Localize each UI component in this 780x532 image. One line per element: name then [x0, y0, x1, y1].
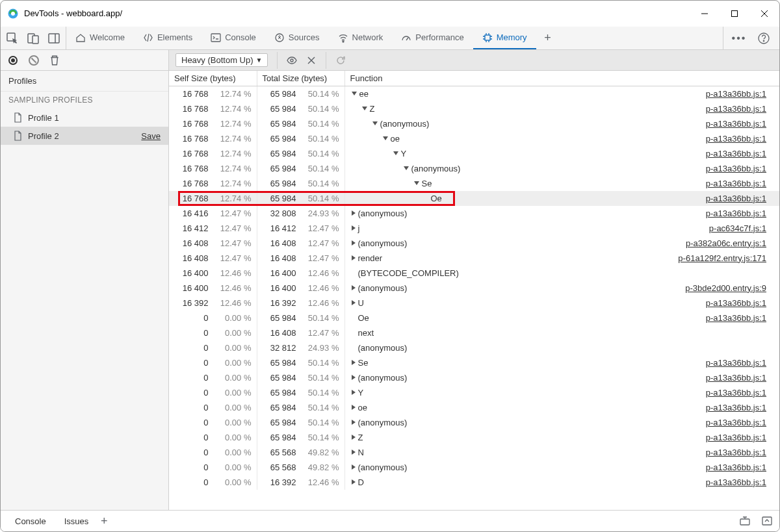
table-row[interactable]: 00.00 %65 98450.14 %(anonymous)p-a13a36b…	[169, 370, 779, 385]
tab-sources[interactable]: Sources	[265, 27, 329, 49]
table-row[interactable]: 16 76812.74 %65 98450.14 %eep-a13a36bb.j…	[169, 86, 779, 101]
expander-closed-icon[interactable]	[352, 435, 356, 440]
source-link[interactable]: p-a13a36bb.js:1	[706, 298, 766, 308]
expander-open-icon[interactable]	[352, 92, 357, 95]
inspect-icon[interactable]	[6, 32, 19, 45]
dock-icon[interactable]	[47, 32, 60, 45]
expander-open-icon[interactable]	[362, 107, 367, 110]
table-row[interactable]: 00.00 %65 98450.14 %Sep-a13a36bb.js:1	[169, 355, 779, 370]
source-link[interactable]: p-ac634c7f.js:1	[709, 223, 766, 233]
more-icon[interactable]: •••	[733, 32, 746, 45]
tab-elements[interactable]: Elements	[134, 27, 202, 49]
expander-closed-icon[interactable]	[352, 225, 356, 231]
expander-closed-icon[interactable]	[352, 300, 356, 305]
source-link[interactable]: p-a13a36bb.js:1	[706, 134, 766, 144]
table-row[interactable]: 16 39212.46 %16 39212.46 %Up-a13a36bb.js…	[169, 296, 779, 310]
table-row[interactable]: 00.00 %65 98450.14 %(anonymous)p-a13a36b…	[169, 415, 779, 430]
source-link[interactable]: p-a13a36bb.js:1	[706, 433, 766, 442]
tab-network[interactable]: Network	[329, 27, 393, 49]
drawer-tab-console[interactable]: Console	[7, 513, 54, 530]
sidebar-profile-item[interactable]: Profile 2 Save	[1, 127, 168, 145]
source-link[interactable]: p-3bde2d00.entry.js:9	[685, 283, 766, 293]
tab-console[interactable]: Console	[202, 27, 265, 49]
sidebar-profile-item[interactable]: Profile 1	[1, 108, 168, 127]
table-row[interactable]: 16 76812.74 %65 98450.14 %(anonymous)p-a…	[169, 116, 779, 131]
add-drawer-tab[interactable]: +	[99, 516, 109, 526]
source-link[interactable]: p-a13a36bb.js:1	[706, 164, 766, 173]
source-link[interactable]: p-a13a36bb.js:1	[706, 403, 766, 412]
table-row[interactable]: 16 76812.74 %65 98450.14 %(anonymous)p-a…	[169, 161, 779, 176]
source-link[interactable]: p-a382a06c.entry.js:1	[686, 238, 766, 248]
table-row[interactable]: 16 40812.47 %16 40812.47 %(anonymous)p-a…	[169, 236, 779, 251]
source-link[interactable]: p-61a129f2.entry.js:171	[678, 253, 766, 263]
expander-closed-icon[interactable]	[352, 375, 356, 380]
tab-welcome[interactable]: Welcome	[66, 27, 134, 49]
expander-closed-icon[interactable]	[352, 285, 356, 290]
expander-open-icon[interactable]	[383, 136, 388, 140]
table-row[interactable]: 16 76812.74 %65 98450.14 %Oep-a13a36bb.j…	[169, 191, 779, 206]
expander-closed-icon[interactable]	[352, 405, 356, 410]
maximize-button[interactable]	[720, 3, 749, 24]
refresh-icon[interactable]	[335, 55, 346, 66]
expander-closed-icon[interactable]	[352, 450, 356, 455]
table-row[interactable]: 00.00 %65 98450.14 %Yp-a13a36bb.js:1	[169, 385, 779, 400]
source-link[interactable]: p-a13a36bb.js:1	[706, 462, 766, 472]
source-link[interactable]: p-a13a36bb.js:1	[706, 209, 766, 218]
table-row[interactable]: 16 40012.46 %16 40012.46 %(anonymous)p-3…	[169, 281, 779, 296]
close-button[interactable]	[749, 3, 779, 24]
expander-open-icon[interactable]	[393, 151, 398, 155]
table-row[interactable]: 00.00 %65 98450.14 %Zp-a13a36bb.js:1	[169, 430, 779, 445]
expander-closed-icon[interactable]	[352, 360, 356, 365]
col-self-size[interactable]: Self Size (bytes)	[169, 71, 257, 86]
col-total-size[interactable]: Total Size (bytes)	[257, 71, 344, 86]
source-link[interactable]: p-a13a36bb.js:1	[706, 313, 766, 323]
clear-button[interactable]	[28, 55, 40, 66]
table-row[interactable]: 16 41212.47 %16 41212.47 %jp-ac634c7f.js…	[169, 221, 779, 236]
drawer-tab-issues[interactable]: Issues	[57, 513, 97, 530]
issues-summary-icon[interactable]	[739, 515, 751, 527]
expander-closed-icon[interactable]	[352, 390, 356, 395]
source-link[interactable]: p-a13a36bb.js:1	[706, 388, 766, 398]
add-tab-button[interactable]: +	[536, 27, 560, 49]
record-button[interactable]	[7, 55, 19, 66]
minimize-button[interactable]	[690, 3, 720, 24]
source-link[interactable]: p-a13a36bb.js:1	[706, 373, 766, 383]
table-row[interactable]: 00.00 %65 98450.14 %Oep-a13a36bb.js:1	[169, 310, 779, 325]
save-link[interactable]: Save	[141, 131, 161, 141]
table-row[interactable]: 00.00 %65 56849.82 %(anonymous)p-a13a36b…	[169, 460, 779, 475]
source-link[interactable]: p-a13a36bb.js:1	[706, 179, 766, 188]
source-link[interactable]: p-a13a36bb.js:1	[706, 194, 766, 203]
table-row[interactable]: 16 76812.74 %65 98450.14 %Zp-a13a36bb.js…	[169, 101, 779, 116]
source-link[interactable]: p-a13a36bb.js:1	[706, 119, 766, 129]
table-row[interactable]: 16 76812.74 %65 98450.14 %Sep-a13a36bb.j…	[169, 176, 779, 191]
table-row[interactable]: 16 40012.46 %16 40012.46 %(BYTECODE_COMP…	[169, 266, 779, 281]
source-link[interactable]: p-a13a36bb.js:1	[706, 448, 766, 457]
source-link[interactable]: p-a13a36bb.js:1	[706, 477, 766, 487]
delete-button[interactable]	[49, 55, 60, 66]
view-mode-dropdown[interactable]: Heavy (Bottom Up) ▼	[176, 53, 268, 67]
tab-memory[interactable]: Memory	[473, 27, 536, 49]
expander-closed-icon[interactable]	[352, 255, 356, 260]
table-row[interactable]: 16 41612.47 %32 80824.93 %(anonymous)p-a…	[169, 206, 779, 221]
device-toggle-icon[interactable]	[27, 32, 40, 45]
table-row[interactable]: 16 76812.74 %65 98450.14 %oep-a13a36bb.j…	[169, 131, 779, 146]
col-function[interactable]: Function	[344, 71, 779, 86]
table-row[interactable]: 16 40812.47 %16 40812.47 %renderp-61a129…	[169, 251, 779, 266]
tab-performance[interactable]: Performance	[392, 27, 473, 49]
eye-icon[interactable]	[287, 55, 297, 66]
help-icon[interactable]	[757, 32, 770, 45]
source-link[interactable]: p-a13a36bb.js:1	[706, 149, 766, 158]
table-row[interactable]: 00.00 %16 39212.46 %Dp-a13a36bb.js:1	[169, 475, 779, 490]
expander-closed-icon[interactable]	[352, 479, 356, 485]
table-row[interactable]: 00.00 %65 98450.14 %oep-a13a36bb.js:1	[169, 400, 779, 415]
table-row[interactable]: 00.00 %65 56849.82 %Np-a13a36bb.js:1	[169, 445, 779, 460]
expander-closed-icon[interactable]	[352, 240, 356, 246]
expander-closed-icon[interactable]	[352, 420, 356, 425]
table-row[interactable]: 16 76812.74 %65 98450.14 %Yp-a13a36bb.js…	[169, 146, 779, 161]
table-row[interactable]: 00.00 %16 40812.47 %next	[169, 325, 779, 340]
source-link[interactable]: p-a13a36bb.js:1	[706, 104, 766, 114]
expander-open-icon[interactable]	[372, 121, 378, 125]
expander-closed-icon[interactable]	[352, 210, 356, 216]
expander-open-icon[interactable]	[404, 166, 409, 170]
close-icon[interactable]	[306, 55, 317, 66]
